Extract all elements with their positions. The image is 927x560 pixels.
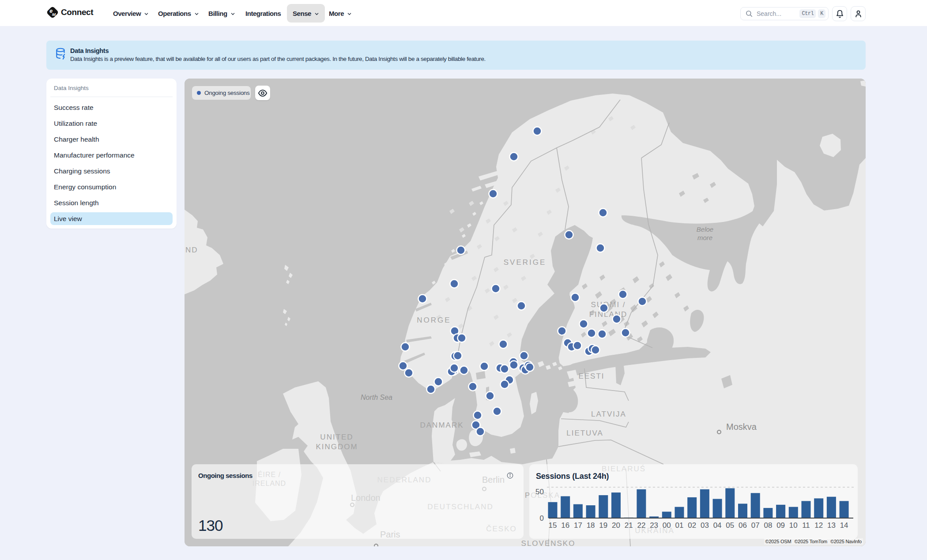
svg-text:UNITED: UNITED (320, 433, 353, 441)
svg-text:SLOVENSKO: SLOVENSKO (521, 539, 576, 546)
svg-text:LIETUVA: LIETUVA (566, 429, 603, 437)
svg-text:16: 16 (561, 521, 569, 530)
svg-text:02: 02 (688, 521, 696, 530)
svg-text:12: 12 (814, 521, 823, 530)
svg-text:0: 0 (540, 514, 544, 522)
svg-text:13: 13 (827, 521, 836, 530)
svg-text:NORGE: NORGE (417, 316, 451, 324)
svg-text:18: 18 (587, 521, 595, 530)
svg-text:Beloe: Beloe (697, 226, 713, 233)
svg-text:EESTI: EESTI (578, 372, 604, 380)
svg-text:M: M (52, 12, 56, 17)
svg-text:00: 00 (663, 521, 671, 530)
svg-text:05: 05 (726, 521, 734, 530)
svg-text:20: 20 (612, 521, 620, 530)
svg-text:11: 11 (802, 521, 810, 530)
svg-text:19: 19 (599, 521, 607, 530)
svg-text:08: 08 (764, 521, 772, 530)
svg-text:10: 10 (789, 521, 798, 530)
svg-text:50: 50 (535, 488, 544, 496)
svg-text:21: 21 (625, 521, 633, 530)
svg-text:SVERIGE: SVERIGE (504, 258, 546, 267)
svg-text:07: 07 (751, 521, 760, 530)
svg-text:06: 06 (739, 521, 747, 530)
svg-text:04: 04 (713, 521, 722, 530)
svg-text:KINGDOM: KINGDOM (316, 443, 358, 451)
svg-text:North Sea: North Sea (361, 394, 392, 401)
svg-text:more: more (697, 234, 712, 241)
svg-text:Moskva: Moskva (726, 422, 757, 432)
svg-text:01: 01 (675, 521, 684, 530)
svg-text:14: 14 (840, 521, 848, 530)
svg-text:17: 17 (574, 521, 582, 530)
svg-text:22: 22 (637, 521, 645, 530)
svg-text:LATVIJA: LATVIJA (591, 410, 626, 418)
svg-text:FINLAND: FINLAND (589, 310, 628, 319)
svg-text:09: 09 (776, 521, 785, 530)
svg-text:ND: ND (185, 246, 198, 254)
svg-text:15: 15 (549, 521, 557, 530)
svg-text:DANMARK: DANMARK (420, 421, 464, 429)
svg-text:23: 23 (650, 521, 658, 530)
svg-text:03: 03 (701, 521, 709, 530)
